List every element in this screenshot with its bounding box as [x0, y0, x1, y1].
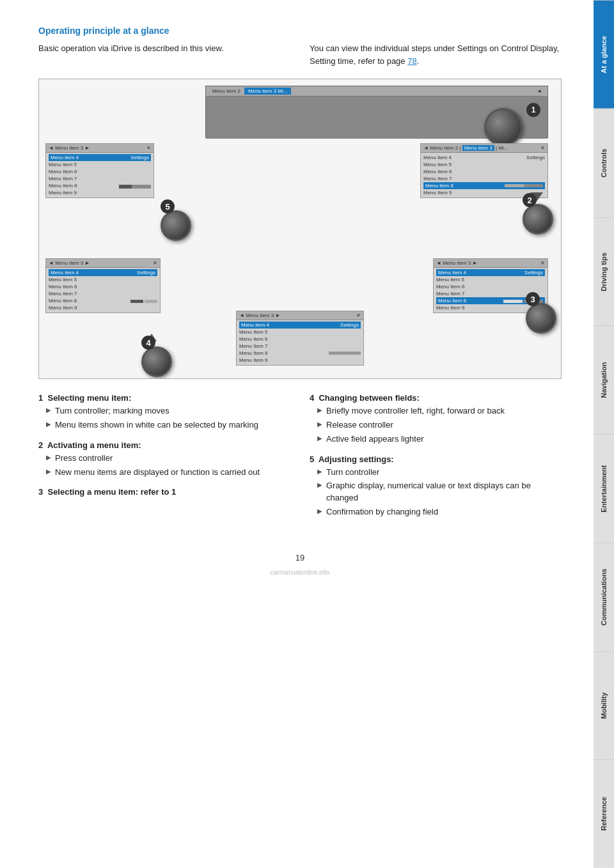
instr-item-4: 4 Changing between fields: ▶ Briefly mov… [310, 393, 562, 446]
panel3r-row2: Menu item 5 [436, 276, 545, 283]
instr-num-2: 2 Activating a menu item: [38, 440, 290, 450]
instructions: 1 Selecting menu item: ▶ Turn controller… [38, 393, 562, 527]
bullet-arrow-icon: ▶ [317, 435, 322, 442]
instr-text-4-1: Briefly move controller left, right, for… [326, 405, 505, 417]
panel-center-bottom: ◄ Menu item 3 ► ✕ Menu item 4Settings Me… [236, 311, 364, 366]
instr-text-2-2: New menu items are displayed or function… [55, 467, 260, 479]
bullet-arrow-icon: ▶ [317, 421, 322, 428]
instr-item-1: 1 Selecting menu item: ▶ Turn controller… [38, 393, 290, 431]
diagram-box: Menu item 2 Menu item 3 Mi... ◄ 1 ◄ Menu… [38, 79, 562, 379]
instr-item-2: 2 Activating a menu item: ▶ Press contro… [38, 440, 290, 479]
instr-text-4-3: Active field appears lighter [326, 433, 423, 446]
sidebar-tab-at-a-glance[interactable]: At a glance [594, 0, 614, 109]
panel-2-screen: ◄ Menu item 2 | Menu item 3 | Mi... ✕ Me… [420, 143, 548, 198]
panel3-row6: Menu Item 9 [49, 304, 157, 311]
instr-bullet-1-2: ▶ Menu items shown in white can be selec… [46, 419, 290, 431]
page-number: 19 [38, 553, 562, 562]
top-tab-2: Menu item 3 Mi... [244, 88, 291, 95]
panel-cb-row5: Menu Item 8 [239, 350, 361, 357]
panel1-row3: Menu Item 6 [49, 168, 151, 175]
panel1-row2: Menu item 5 [49, 161, 151, 168]
bullet-arrow-icon: ▶ [317, 481, 322, 488]
panel3-row4: Menu Item 7 [49, 290, 157, 297]
top-tab-x: ◄ [533, 88, 545, 95]
instr-text-5-3: Confirmation by changing field [326, 506, 438, 518]
diagram-number-1: 1 [526, 103, 540, 117]
instructions-right-col: 4 Changing between fields: ▶ Briefly mov… [310, 393, 562, 527]
diagram-number-2: 2 [523, 193, 537, 207]
panel-cb-body: Menu item 4Settings Menu Item 5 Menu Ite… [237, 320, 363, 365]
instr-text-5-2: Graphic display, numerical value or text… [326, 480, 562, 504]
instr-num-1: 1 Selecting menu item: [38, 393, 290, 403]
panel3-row-selected: Menu item 4Settings [49, 269, 157, 276]
instr-text-4-2: Release controller [326, 419, 393, 431]
panel-cb-row3: Menu Item 6 [239, 336, 361, 343]
controller-knob-3 [526, 303, 556, 334]
bullet-arrow-icon: ▶ [46, 454, 51, 461]
instr-bullet-4-2: ▶ Release controller [317, 419, 562, 431]
instr-text-1-1: Turn controller; marking moves [55, 405, 169, 417]
instr-bullet-1-1: ▶ Turn controller; marking moves [46, 405, 290, 417]
bullet-arrow-icon: ▶ [46, 468, 51, 475]
instr-bullet-4-3: ▶ Active field appears lighter [317, 433, 562, 446]
panel2-row4: Menu Item 7 [423, 175, 545, 182]
panel3-row2: Menu item 5 [49, 276, 157, 283]
instr-text-5-1: Turn controller [326, 467, 379, 479]
bullet-arrow-icon: ▶ [317, 508, 322, 515]
panel-4-left-screen: ◄ Menu item 3 ► ✕ Menu item 4Settings Me… [45, 258, 161, 313]
knob-1-container: 1 [484, 108, 523, 146]
panel2-header: ◄ Menu item 2 | Menu item 3 | Mi... ✕ [421, 144, 547, 153]
panel2-row-selected: Menu item 8 [423, 182, 545, 189]
sidebar-tab-communications[interactable]: Communications [594, 543, 614, 651]
sidebar-tab-navigation[interactable]: Navigation [594, 325, 614, 434]
panel-cb-row4: Menu Item 7 [239, 343, 361, 350]
panel2-body: Menu item 4Settings Menu item 5 Menu Ite… [421, 153, 547, 198]
controller-knob-4 [141, 346, 172, 377]
sidebar-tab-reference[interactable]: Reference [594, 759, 614, 868]
instr-bullet-2-2: ▶ New menu items are displayed or functi… [46, 467, 290, 479]
panel1-row6: Menu item 9 [49, 189, 151, 196]
instr-bullet-4-1: ▶ Briefly move controller left, right, f… [317, 405, 562, 417]
instr-num-5: 5 Adjusting settings: [310, 454, 562, 464]
instructions-left-col: 1 Selecting menu item: ▶ Turn controller… [38, 393, 290, 527]
intro-row: Basic operation via iDrive is described … [38, 42, 562, 67]
top-tab-1: Menu item 2 [209, 88, 244, 95]
instr-bullet-5-3: ▶ Confirmation by changing field [317, 506, 562, 518]
main-content: Operating principle at a glance Basic op… [0, 0, 594, 868]
instr-text-2-1: Press controller [55, 453, 113, 465]
panel3-row3: Menu Item 6 [49, 283, 157, 290]
panel3-row5: Menu item 8 [49, 297, 157, 304]
panel-cb-header: ◄ Menu item 3 ► ✕ [237, 311, 363, 320]
panel1-header: ◄ Menu item 3 ► ✕ [46, 144, 154, 153]
instr-item-3: 3 Selecting a menu item: refer to 1 [38, 487, 290, 497]
instr-text-1-2: Menu items shown in white can be selecte… [55, 419, 258, 431]
instr-bullet-5-1: ▶ Turn controller [317, 467, 562, 479]
intro-right: You can view the individual steps under … [310, 42, 562, 67]
diagram-inner: Menu item 2 Menu item 3 Mi... ◄ 1 ◄ Menu… [39, 79, 561, 378]
page-link[interactable]: 78 [407, 56, 416, 66]
panel-cb-row6: Menu Item 9 [239, 357, 361, 364]
instr-num-4: 4 Changing between fields: [310, 393, 562, 403]
bullet-arrow-icon: ▶ [317, 468, 322, 475]
panel3-header: ◄ Menu item 3 ► ✕ [46, 259, 160, 268]
sidebar-tab-entertainment[interactable]: Entertainment [594, 434, 614, 543]
panel1-row-selected: Menu item 4Settings [49, 154, 151, 161]
panel-cb-row2: Menu Item 5 [239, 329, 361, 336]
sidebar-tab-driving-tips[interactable]: Driving tips [594, 217, 614, 326]
sidebar: At a glance Controls Driving tips Naviga… [594, 0, 614, 868]
sidebar-tab-controls[interactable]: Controls [594, 109, 614, 217]
instr-num-3: 3 Selecting a menu item: refer to 1 [38, 487, 290, 497]
panel2-row1: Menu item 4Settings [423, 154, 545, 161]
instr-bullet-2-1: ▶ Press controller [46, 453, 290, 465]
panel1-body: Menu item 4Settings Menu item 5 Menu Ite… [46, 153, 154, 198]
diagram-number-3: 3 [526, 292, 540, 306]
intro-left: Basic operation via iDrive is described … [38, 42, 290, 67]
panel1-row4: Menu Item 7 [49, 175, 151, 182]
panel3r-row-selected: Menu item 4Settings [436, 269, 545, 276]
panel1-row5: Menu Item 8 [49, 182, 151, 189]
bullet-arrow-icon: ▶ [46, 421, 51, 428]
section-title: Operating principle at a glance [38, 26, 562, 36]
controller-knob-1 [484, 108, 523, 146]
panel2-row2: Menu item 5 [423, 161, 545, 168]
sidebar-tab-mobility[interactable]: Mobility [594, 651, 614, 760]
